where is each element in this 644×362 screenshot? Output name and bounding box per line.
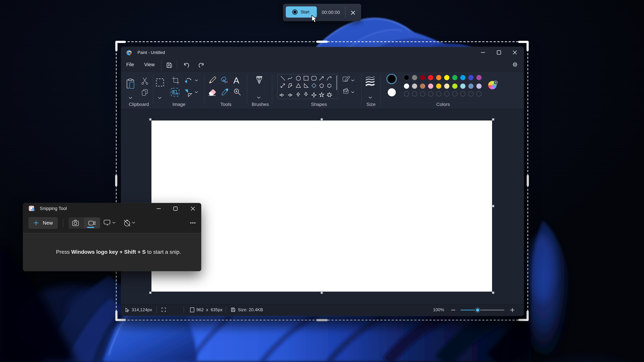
svg-text:A: A [234,76,239,85]
